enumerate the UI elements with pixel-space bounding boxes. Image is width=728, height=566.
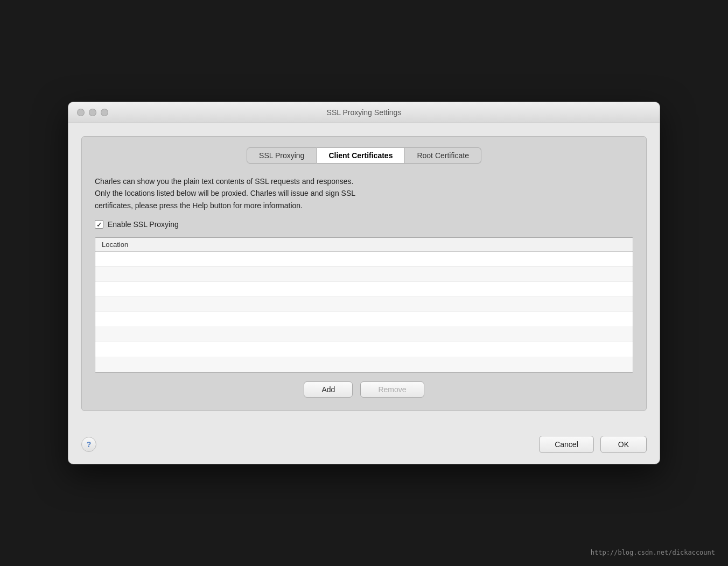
watermark: http://blog.csdn.net/dickaccount <box>591 549 715 556</box>
table-row[interactable] <box>95 267 633 282</box>
tab-ssl-proxying[interactable]: SSL Proxying <box>247 147 317 164</box>
table-body <box>95 252 633 372</box>
panel: SSL Proxying Client Certificates Root Ce… <box>81 136 647 411</box>
enable-ssl-proxying-label: Enable SSL Proxying <box>108 220 179 229</box>
table-header: Location <box>95 238 633 252</box>
location-table: Location <box>95 237 633 373</box>
table-row[interactable] <box>95 342 633 357</box>
add-button[interactable]: Add <box>304 381 353 398</box>
table-row[interactable] <box>95 357 633 372</box>
location-column-header: Location <box>102 240 128 249</box>
close-button[interactable] <box>77 109 85 116</box>
table-action-buttons: Add Remove <box>95 381 633 398</box>
table-row[interactable] <box>95 312 633 327</box>
help-button[interactable]: ? <box>81 437 96 452</box>
ok-button[interactable]: OK <box>600 436 647 453</box>
table-row[interactable] <box>95 297 633 312</box>
table-row[interactable] <box>95 252 633 267</box>
enable-ssl-proxying-row: ✓ Enable SSL Proxying <box>95 220 633 229</box>
cancel-button[interactable]: Cancel <box>539 436 594 453</box>
footer-actions: Cancel OK <box>539 436 647 453</box>
table-row[interactable] <box>95 327 633 342</box>
footer: ? Cancel OK <box>68 426 660 464</box>
minimize-button[interactable] <box>89 109 96 116</box>
titlebar: SSL Proxying Settings <box>68 102 660 123</box>
tab-bar: SSL Proxying Client Certificates Root Ce… <box>95 147 633 164</box>
tab-client-certificates[interactable]: Client Certificates <box>317 147 405 164</box>
table-row[interactable] <box>95 282 633 297</box>
window-content: SSL Proxying Client Certificates Root Ce… <box>68 123 660 426</box>
window-title: SSL Proxying Settings <box>327 108 402 117</box>
maximize-button[interactable] <box>101 109 108 116</box>
remove-button[interactable]: Remove <box>360 381 424 398</box>
main-window: SSL Proxying Settings SSL Proxying Clien… <box>68 102 660 464</box>
tab-root-certificate[interactable]: Root Certificate <box>405 147 481 164</box>
description-text: Charles can show you the plain text cont… <box>95 175 633 211</box>
enable-ssl-proxying-checkbox[interactable]: ✓ <box>95 220 103 229</box>
traffic-lights <box>77 109 108 116</box>
